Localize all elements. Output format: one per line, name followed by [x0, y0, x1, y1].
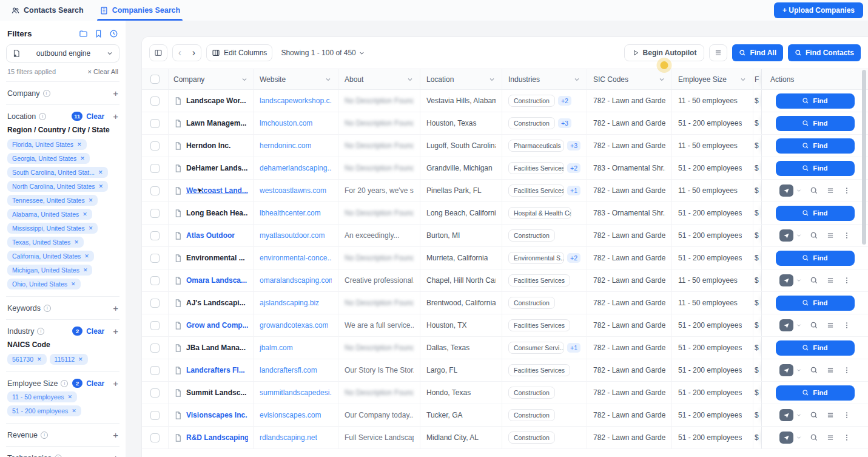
- filter-tag[interactable]: 561730✕: [7, 354, 47, 365]
- add-filter-button[interactable]: +: [113, 430, 118, 439]
- website-link[interactable]: landcraftersfl.com: [260, 366, 317, 374]
- remove-tag-icon[interactable]: ✕: [74, 239, 79, 245]
- filter-tag[interactable]: 11 - 50 employees✕: [7, 391, 77, 402]
- website-link[interactable]: myatlasoutdoor.com: [260, 231, 325, 240]
- company-name-link[interactable]: Visionscapes Inc.: [186, 411, 247, 419]
- chevron-down-icon[interactable]: [406, 76, 414, 83]
- filter-tag[interactable]: Ohio, United States✕: [7, 279, 81, 289]
- find-button[interactable]: Find: [776, 161, 855, 176]
- kebab-menu-icon[interactable]: [843, 321, 851, 330]
- search-icon[interactable]: [810, 433, 818, 442]
- filter-tag[interactable]: 51 - 200 employees✕: [7, 405, 81, 416]
- clear-filter-button[interactable]: Clear: [86, 379, 104, 388]
- row-checkbox[interactable]: [150, 388, 160, 398]
- filter-tag[interactable]: South Carolina, United Stat...✕: [7, 167, 108, 178]
- industry-more-badge[interactable]: +3: [567, 141, 580, 151]
- list-icon[interactable]: [826, 231, 835, 240]
- industry-more-badge[interactable]: +3: [558, 118, 571, 128]
- row-checkbox[interactable]: [150, 344, 160, 353]
- filter-tag[interactable]: Tennessee, United States✕: [7, 195, 98, 206]
- website-link[interactable]: summitlandscapedesi...: [260, 388, 332, 397]
- website-link[interactable]: lmchouston.com: [260, 119, 312, 127]
- remove-tag-icon[interactable]: ✕: [68, 394, 73, 400]
- remove-tag-icon[interactable]: ✕: [72, 408, 76, 414]
- tab-contacts-search[interactable]: Contacts Search: [11, 0, 84, 21]
- filter-tag[interactable]: North Carolina, United States✕: [7, 181, 108, 192]
- add-filter-button[interactable]: +: [113, 303, 118, 313]
- bookmark-icon[interactable]: [94, 29, 103, 38]
- chevron-down-icon[interactable]: [325, 76, 332, 83]
- autopilot-action-icon[interactable]: [779, 274, 793, 286]
- find-all-button[interactable]: Find All: [732, 44, 783, 61]
- chevron-down-icon[interactable]: [796, 322, 802, 328]
- row-checkbox[interactable]: [150, 119, 160, 128]
- find-button[interactable]: Find: [776, 340, 855, 356]
- find-button[interactable]: Find: [776, 385, 855, 401]
- company-name-link[interactable]: Environmental ...: [186, 254, 245, 262]
- company-name-link[interactable]: Summit Landsc...: [186, 388, 246, 397]
- chevron-down-icon[interactable]: [488, 76, 496, 83]
- filter-tag[interactable]: Mississippi, United States✕: [7, 223, 98, 234]
- search-icon[interactable]: [810, 276, 818, 285]
- chevron-down-icon[interactable]: [796, 188, 802, 194]
- industry-more-badge[interactable]: +1: [567, 343, 580, 353]
- search-icon[interactable]: [810, 366, 818, 374]
- kebab-menu-icon[interactable]: [843, 433, 851, 442]
- website-link[interactable]: growandcotexas.com: [260, 321, 328, 330]
- select-all-checkbox[interactable]: [150, 75, 160, 84]
- find-button[interactable]: Find: [776, 206, 855, 221]
- row-checkbox[interactable]: [150, 96, 160, 106]
- list-icon[interactable]: [826, 186, 835, 195]
- clear-filter-button[interactable]: Clear: [86, 112, 104, 121]
- list-icon[interactable]: [826, 433, 835, 442]
- website-link[interactable]: dehamerlandscaping....: [260, 164, 332, 172]
- chevron-down-icon[interactable]: [796, 435, 802, 441]
- website-link[interactable]: landscapeworkshop.c...: [260, 96, 332, 105]
- company-name-link[interactable]: AJ's Landscapi...: [186, 299, 246, 307]
- website-link[interactable]: rdlandscaping.net: [260, 433, 317, 442]
- remove-tag-icon[interactable]: ✕: [98, 169, 103, 175]
- folder-icon[interactable]: [79, 29, 88, 38]
- row-checkbox[interactable]: [150, 254, 160, 263]
- filter-tag[interactable]: Texas, United States✕: [7, 237, 84, 248]
- chevron-down-icon[interactable]: [796, 412, 802, 418]
- find-button[interactable]: Find: [776, 116, 855, 131]
- kebab-menu-icon[interactable]: [843, 366, 851, 374]
- website-link[interactable]: jbalm.com: [260, 344, 293, 352]
- filter-tag[interactable]: Alabama, United States✕: [7, 209, 92, 220]
- filter-tag[interactable]: Georgia, United States✕: [7, 153, 90, 164]
- filter-tag[interactable]: Florida, United States✕: [7, 139, 87, 150]
- chevron-down-icon[interactable]: [241, 76, 248, 83]
- autopilot-action-icon[interactable]: [779, 364, 793, 376]
- clear-all-filters-button[interactable]: × Clear All: [88, 68, 118, 75]
- remove-tag-icon[interactable]: ✕: [80, 155, 85, 161]
- company-name-link[interactable]: Atlas Outdoor: [186, 231, 235, 240]
- company-name-link[interactable]: Lawn Managem...: [186, 119, 246, 127]
- remove-tag-icon[interactable]: ✕: [89, 197, 93, 203]
- industry-more-badge[interactable]: +1: [567, 186, 580, 195]
- add-filter-button[interactable]: +: [113, 379, 118, 388]
- upload-companies-button[interactable]: + Upload Companies: [774, 2, 863, 18]
- clock-icon[interactable]: [109, 29, 118, 38]
- prev-page-button[interactable]: ‹: [173, 47, 187, 58]
- search-icon[interactable]: [810, 411, 818, 419]
- tab-companies-search[interactable]: Companies Search: [99, 0, 181, 21]
- add-filter-button[interactable]: +: [113, 453, 118, 457]
- find-button[interactable]: Find: [776, 93, 855, 109]
- remove-tag-icon[interactable]: ✕: [84, 253, 89, 259]
- find-button[interactable]: Find: [776, 251, 855, 266]
- kebab-menu-icon[interactable]: [843, 276, 851, 285]
- chevron-down-icon[interactable]: [739, 76, 747, 83]
- remove-tag-icon[interactable]: ✕: [82, 211, 87, 217]
- website-link[interactable]: lbhealthcenter.com: [260, 209, 321, 217]
- add-filter-button[interactable]: +: [113, 112, 118, 121]
- company-name-link[interactable]: Omara Landsca...: [186, 276, 247, 285]
- chevron-down-icon[interactable]: [796, 277, 802, 283]
- website-link[interactable]: environmental-conce...: [260, 254, 332, 262]
- edit-columns-button[interactable]: Edit Columns: [206, 44, 272, 61]
- vertical-scrollbar[interactable]: [862, 70, 866, 245]
- company-name-link[interactable]: JBa Land Mana...: [186, 344, 246, 352]
- autopilot-action-icon[interactable]: [779, 319, 793, 331]
- find-contacts-button[interactable]: Find Contacts: [788, 44, 861, 61]
- list-icon[interactable]: [826, 276, 835, 285]
